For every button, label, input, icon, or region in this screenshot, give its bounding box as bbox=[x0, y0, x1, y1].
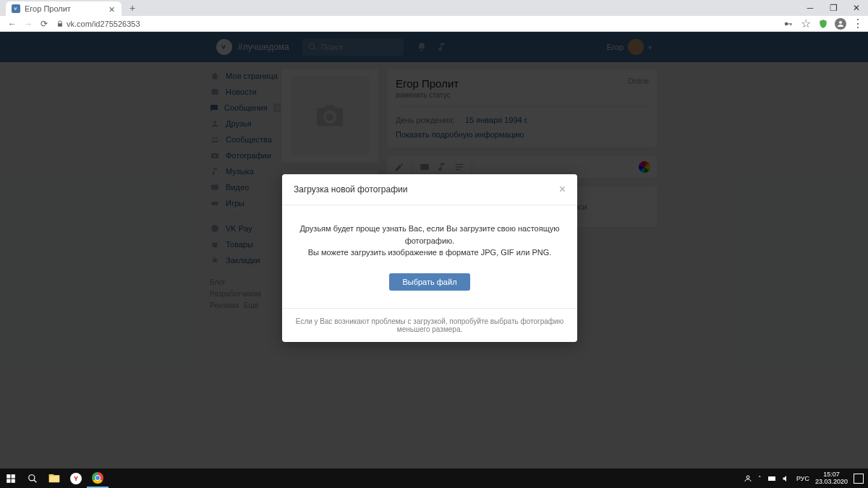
tab-close-icon[interactable]: ✕ bbox=[109, 5, 116, 12]
url-text: vk.com/id275526353 bbox=[67, 20, 140, 28]
svg-rect-19 bbox=[7, 479, 10, 482]
tray-date: 23.03.2020 bbox=[815, 479, 848, 486]
modal-title: Загрузка новой фотографии bbox=[294, 184, 407, 194]
tray-clock[interactable]: 15:07 23.03.2020 bbox=[815, 471, 848, 486]
tray-notifications-icon[interactable] bbox=[854, 474, 864, 484]
modal-body: Друзьям будет проще узнать Вас, если Вы … bbox=[282, 205, 577, 308]
svg-point-21 bbox=[29, 474, 35, 480]
svg-rect-20 bbox=[12, 479, 15, 482]
tray-people-icon[interactable] bbox=[744, 474, 752, 483]
svg-rect-17 bbox=[7, 474, 10, 478]
upload-photo-modal: Загрузка новой фотографии × Друзьям буде… bbox=[282, 174, 577, 342]
taskbar-search[interactable] bbox=[22, 468, 43, 488]
lock-icon bbox=[56, 20, 64, 27]
forward-button[interactable]: → bbox=[20, 16, 36, 32]
taskbar-chrome[interactable] bbox=[87, 468, 109, 488]
system-tray: ˄ РУС 15:07 23.03.2020 bbox=[744, 471, 868, 486]
modal-header: Загрузка новой фотографии × bbox=[282, 174, 577, 205]
tray-volume-icon[interactable] bbox=[782, 474, 791, 483]
star-icon[interactable]: ☆ bbox=[800, 18, 812, 30]
svg-rect-26 bbox=[768, 476, 775, 481]
browser-tab-bar: Егор Пролит ✕ + ─ ❐ ✕ bbox=[0, 0, 868, 16]
reload-button[interactable]: ⟳ bbox=[36, 16, 52, 32]
windows-taskbar: Y ˄ РУС 15:07 23.03.2020 bbox=[0, 468, 868, 488]
tray-language[interactable]: РУС bbox=[796, 475, 809, 482]
modal-text-1: Друзьям будет проще узнать Вас, если Вы … bbox=[297, 223, 563, 247]
back-button[interactable]: ← bbox=[4, 16, 20, 32]
vk-favicon bbox=[12, 4, 20, 13]
taskbar-yandex[interactable]: Y bbox=[65, 468, 87, 488]
minimize-button[interactable]: ─ bbox=[799, 0, 822, 16]
shield-icon[interactable] bbox=[817, 18, 829, 30]
new-tab-button[interactable]: + bbox=[126, 1, 139, 14]
svg-rect-23 bbox=[49, 475, 60, 482]
choose-file-button[interactable]: Выбрать файл bbox=[389, 273, 469, 291]
maximize-button[interactable]: ❐ bbox=[822, 0, 845, 16]
address-bar: ← → ⟳ vk.com/id275526353 ☆ ⋮ bbox=[0, 16, 868, 32]
svg-rect-2 bbox=[791, 23, 791, 25]
svg-point-3 bbox=[839, 21, 842, 24]
svg-rect-18 bbox=[12, 474, 15, 478]
profile-avatar-icon[interactable] bbox=[835, 18, 846, 30]
svg-point-25 bbox=[746, 476, 749, 479]
svg-rect-24 bbox=[49, 474, 54, 476]
window-controls: ─ ❐ ✕ bbox=[799, 0, 868, 16]
chrome-icon bbox=[92, 472, 103, 484]
browser-tab[interactable]: Егор Пролит ✕ bbox=[6, 1, 122, 16]
tray-network-icon[interactable] bbox=[767, 474, 776, 483]
menu-icon[interactable]: ⋮ bbox=[852, 18, 864, 30]
tray-chevron-up-icon[interactable]: ˄ bbox=[758, 475, 762, 482]
svg-point-0 bbox=[785, 22, 788, 25]
modal-close-button[interactable]: × bbox=[559, 183, 566, 196]
key-icon[interactable] bbox=[783, 18, 794, 30]
modal-footer: Если у Вас возникают проблемы с загрузко… bbox=[282, 308, 577, 342]
close-window-button[interactable]: ✕ bbox=[845, 0, 868, 16]
start-button[interactable] bbox=[0, 468, 22, 488]
tab-title: Егор Пролит bbox=[25, 4, 106, 13]
modal-text-2: Вы можете загрузить изображение в формат… bbox=[297, 247, 563, 259]
url-field[interactable]: vk.com/id275526353 bbox=[56, 20, 777, 28]
svg-line-22 bbox=[34, 479, 37, 482]
address-bar-icons: ☆ ⋮ bbox=[783, 18, 864, 30]
page-viewport: #лучшедома Поиск Егор ▾ Моя страница Нов… bbox=[0, 32, 868, 468]
yandex-icon: Y bbox=[70, 473, 82, 484]
taskbar-explorer[interactable] bbox=[43, 468, 65, 488]
